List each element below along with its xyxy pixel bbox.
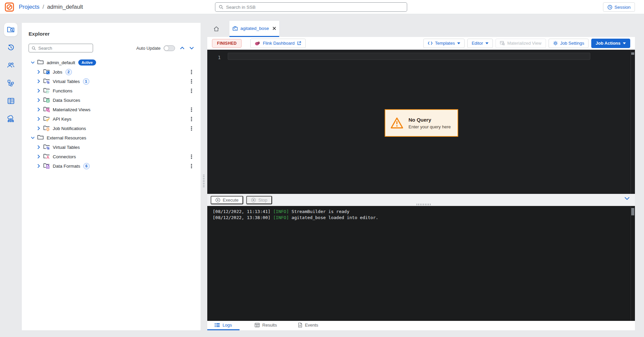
job-settings-button[interactable]: Job Settings (549, 39, 589, 48)
kebab-menu-icon[interactable] (188, 88, 195, 93)
app-logo-icon[interactable] (5, 2, 14, 12)
explorer-search-box (29, 44, 93, 52)
log-timestamp: [08/12/2022, 11:13:41] (213, 209, 270, 214)
code-icon (428, 41, 433, 45)
stop-button[interactable]: Stop (246, 196, 272, 204)
execute-button[interactable]: Execute (211, 196, 243, 204)
editor-scrollbar-thumb[interactable] (631, 52, 634, 55)
cloud-network-icon (7, 115, 14, 122)
flink-dashboard-button[interactable]: Flink Dashboard (250, 39, 306, 48)
tree-row-admin-default[interactable]: admin_defaultActive (22, 58, 201, 67)
flow-chart-icon (7, 80, 14, 86)
rail-item-users[interactable] (4, 58, 17, 72)
tab-agitated-bose[interactable]: agitated_bose (229, 21, 279, 37)
chevron-right-icon[interactable] (36, 117, 41, 121)
chevron-down-icon[interactable] (30, 136, 35, 139)
toolbar-right-group: Templates Editor Materialized View Job S… (423, 39, 630, 48)
rail-item-explorer[interactable] (4, 23, 17, 36)
tab-label: agitated_bose (241, 26, 269, 31)
tree-row-functions[interactable]: f()Functions (22, 86, 201, 95)
log-level: [INFO] (273, 215, 289, 220)
editor-button[interactable]: Editor (467, 39, 493, 48)
tree-row-api-keys[interactable]: API Keys (22, 114, 201, 124)
chevron-right-icon[interactable] (36, 98, 41, 102)
breadcrumb-current-project: admin_default (47, 4, 83, 10)
panel-resize-handle[interactable] (203, 175, 205, 187)
session-button[interactable]: Session (603, 2, 635, 12)
materialized-view-button[interactable]: Materialized View (496, 39, 546, 48)
log-resize-handle[interactable] (417, 204, 431, 205)
rail-item-boards[interactable] (4, 94, 17, 108)
rail-item-history[interactable] (4, 41, 17, 54)
sql-editor[interactable]: 1 No Query Enter your query here (207, 50, 635, 194)
log-lines: [08/12/2022, 11:13:41] [INFO] StreamBuil… (213, 209, 628, 221)
tree-row-data-formats[interactable]: Data Formats6 (22, 161, 201, 171)
rail-item-lineage[interactable] (4, 76, 17, 90)
kebab-menu-icon[interactable] (188, 154, 195, 159)
materialized-views-folder-icon (43, 107, 50, 113)
close-tab-icon[interactable] (272, 27, 276, 30)
stop-circle-icon (251, 198, 256, 203)
tree-row-data-sources[interactable]: Data Sources (22, 95, 201, 105)
caret-down-icon (457, 42, 460, 44)
editor-label: Editor (472, 41, 483, 46)
svg-text:f(): f() (46, 90, 49, 94)
tree-row-jobs[interactable]: Jobs2 (22, 67, 201, 77)
chevron-right-icon[interactable] (36, 108, 41, 112)
tab-label: Events (305, 323, 318, 328)
expand-all-icon[interactable] (189, 47, 194, 49)
chevron-right-icon[interactable] (36, 79, 41, 83)
list-icon (215, 323, 220, 327)
chevron-right-icon[interactable] (36, 145, 41, 149)
job-actions-label: Job Actions (596, 41, 620, 46)
chevron-right-icon[interactable] (36, 89, 41, 93)
kebab-menu-icon[interactable] (188, 70, 195, 75)
tree-row-materialized-views[interactable]: Materialized Views (22, 105, 201, 114)
chevron-right-icon[interactable] (36, 155, 41, 159)
tree-row-virtual-tables[interactable]: Virtual Tables (22, 142, 201, 152)
editor-tabstrip: agitated_bose (207, 21, 635, 37)
tree-row-external-resources[interactable]: External Resources (22, 133, 201, 142)
editor-scrollbar[interactable] (631, 50, 635, 194)
tree-row-virtual-tables[interactable]: Virtual Tables1 (22, 77, 201, 86)
chevron-down-icon[interactable] (30, 61, 35, 64)
rail-item-cloud[interactable] (4, 112, 17, 125)
tree-row-connectors[interactable]: Connectors (22, 152, 201, 161)
log-scrollbar-thumb[interactable] (631, 208, 634, 215)
virtual-tables-folder-icon (43, 78, 50, 84)
home-tab[interactable] (207, 21, 225, 37)
job-actions-button[interactable]: Job Actions (591, 39, 630, 48)
materialized-view-label: Materialized View (507, 41, 542, 46)
tab-results[interactable]: Results (250, 321, 282, 330)
log-scrollbar[interactable] (631, 206, 635, 321)
tab-logs[interactable]: Logs (207, 321, 240, 330)
tab-label: Results (262, 323, 277, 328)
global-search-box (215, 2, 407, 12)
kebab-menu-icon[interactable] (188, 107, 195, 112)
explorer-search-input[interactable] (38, 46, 90, 51)
editor-current-line[interactable] (228, 53, 590, 60)
global-search-input[interactable] (226, 5, 403, 10)
no-query-warning: No Query Enter your query here (385, 109, 458, 137)
data-formats-folder-icon (43, 163, 50, 169)
collapse-editor-icon[interactable] (625, 197, 630, 200)
kebab-menu-icon[interactable] (188, 117, 195, 122)
tree-item-label: Virtual Tables (53, 145, 80, 150)
kebab-menu-icon[interactable] (188, 126, 195, 131)
chevron-right-icon[interactable] (36, 126, 41, 130)
auto-update-toggle[interactable] (164, 45, 175, 51)
tree-row-job-notifications[interactable]: Job Notifications (22, 124, 201, 133)
templates-label: Templates (435, 41, 455, 46)
breadcrumb-projects-link[interactable]: Projects (19, 4, 39, 10)
tab-events[interactable]: Events (292, 321, 324, 330)
kebab-menu-icon[interactable] (188, 164, 195, 169)
breadcrumb: Projects / admin_default (19, 4, 83, 10)
tree-item-label: External Resources (47, 135, 86, 140)
chevron-right-icon[interactable] (36, 70, 41, 74)
tree-item-label: Job Notifications (53, 126, 86, 131)
collapse-all-icon[interactable] (180, 47, 184, 49)
kebab-menu-icon[interactable] (188, 79, 195, 84)
active-badge: Active (78, 59, 96, 66)
chevron-right-icon[interactable] (36, 164, 41, 168)
templates-button[interactable]: Templates (423, 39, 465, 48)
